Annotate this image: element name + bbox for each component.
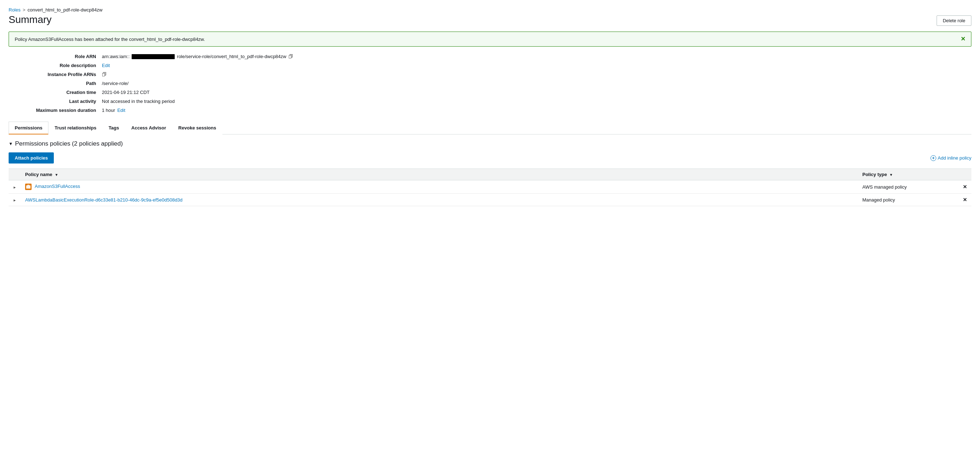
last-activity-value: Not accessed in the tracking period — [102, 99, 971, 104]
max-session-edit-link[interactable]: Edit — [117, 108, 125, 113]
actions-bar: Attach policies + Add inline policy — [9, 153, 971, 164]
role-arn-suffix: role/service-role/convert_html_to_pdf-ro… — [177, 54, 286, 59]
row2-policy-type: Managed policy — [858, 194, 958, 206]
success-banner-message: Policy AmazonS3FullAccess has been attac… — [15, 37, 205, 42]
tab-trust-relationships[interactable]: Trust relationships — [48, 122, 102, 134]
table-header-policy-type[interactable]: Policy type ▼ — [858, 169, 958, 180]
role-description-edit-link[interactable]: Edit — [102, 63, 110, 68]
breadcrumb: Roles > convert_html_to_pdf-role-dwcp84z… — [9, 7, 971, 13]
row2-remove-cell[interactable]: ✕ — [958, 194, 971, 206]
row1-expand-cell[interactable]: ► — [9, 180, 21, 194]
permissions-section-title: Permissions policies (2 policies applied… — [15, 140, 123, 147]
add-inline-policy-link[interactable]: + Add inline policy — [931, 155, 971, 161]
path-value: /service-role/ — [102, 81, 971, 86]
row1-remove-icon[interactable]: ✕ — [963, 184, 967, 190]
table-header-action — [958, 169, 971, 180]
row2-remove-icon[interactable]: ✕ — [963, 197, 967, 203]
row1-policy-link[interactable]: AmazonS3FullAccess — [35, 184, 80, 189]
tab-revoke-sessions[interactable]: Revoke sessions — [172, 122, 223, 134]
delete-role-button[interactable]: Delete role — [937, 16, 971, 26]
policy-name-sort-icon: ▼ — [54, 173, 58, 177]
row1-expand-icon[interactable]: ► — [13, 185, 16, 189]
svg-rect-1 — [27, 184, 29, 186]
summary-grid: Role ARN arn:aws:iam::role/service-role/… — [9, 54, 971, 113]
instance-profile-label: Instance Profile ARNs — [9, 72, 102, 77]
max-session-value: 1 hour Edit — [102, 108, 971, 113]
table-row: ► AWSLambdaBasicExecutionRole-d6c33e81-b… — [9, 194, 971, 206]
permissions-section: ▼ Permissions policies (2 policies appli… — [9, 134, 971, 206]
row1-remove-cell[interactable]: ✕ — [958, 180, 971, 194]
row2-expand-cell[interactable]: ► — [9, 194, 21, 206]
copy-arn-icon[interactable]: 🗍 — [288, 54, 293, 59]
role-arn-prefix: arn:aws:iam:: — [102, 54, 129, 59]
breadcrumb-separator: > — [22, 7, 25, 13]
table-header-row: Policy name ▼ Policy type ▼ — [9, 169, 971, 180]
row2-policy-link[interactable]: AWSLambdaBasicExecutionRole-d6c33e81-b21… — [25, 197, 183, 203]
role-description-value: Edit — [102, 63, 971, 68]
tabs-bar: Permissions Trust relationships Tags Acc… — [9, 122, 971, 134]
breadcrumb-roles-link[interactable]: Roles — [9, 7, 21, 13]
row1-policy-name-cell: AmazonS3FullAccess — [21, 180, 858, 194]
max-session-duration: 1 hour — [102, 108, 115, 113]
role-description-label: Role description — [9, 63, 102, 68]
tab-tags[interactable]: Tags — [103, 122, 125, 134]
role-arn-label: Role ARN — [9, 54, 102, 59]
role-arn-value: arn:aws:iam::role/service-role/convert_h… — [102, 54, 971, 59]
policy-table: Policy name ▼ Policy type ▼ ► — [9, 169, 971, 206]
last-activity-label: Last activity — [9, 99, 102, 104]
role-arn-redacted — [132, 54, 175, 59]
instance-profile-copy-icon[interactable]: 🗍 — [102, 72, 107, 77]
max-session-label: Maximum session duration — [9, 108, 102, 113]
tab-permissions[interactable]: Permissions — [9, 122, 48, 134]
creation-time-label: Creation time — [9, 90, 102, 95]
add-inline-policy-label: Add inline policy — [938, 155, 971, 161]
creation-time-value: 2021-04-19 21:12 CDT — [102, 90, 971, 95]
success-banner-close[interactable]: ✕ — [961, 36, 965, 42]
permissions-section-header: ▼ Permissions policies (2 policies appli… — [9, 140, 971, 147]
table-header-policy-name[interactable]: Policy name ▼ — [21, 169, 858, 180]
plus-circle-icon: + — [931, 155, 936, 161]
row2-policy-name-cell: AWSLambdaBasicExecutionRole-d6c33e81-b21… — [21, 194, 858, 206]
collapse-arrow-icon[interactable]: ▼ — [9, 141, 13, 146]
tab-access-advisor[interactable]: Access Advisor — [125, 122, 172, 134]
row1-policy-icon — [25, 184, 32, 190]
breadcrumb-current: convert_html_to_pdf-role-dwcp84zw — [28, 7, 103, 13]
table-header-expand — [9, 169, 21, 180]
path-label: Path — [9, 81, 102, 86]
success-banner: Policy AmazonS3FullAccess has been attac… — [9, 32, 971, 47]
instance-profile-value: 🗍 — [102, 72, 971, 77]
row1-policy-type: AWS managed policy — [858, 180, 958, 194]
table-row: ► AmazonS3FullAccess AWS managed policy … — [9, 180, 971, 194]
page-title: Summary — [9, 14, 52, 25]
policy-type-sort-icon: ▼ — [889, 173, 893, 177]
row2-expand-icon[interactable]: ► — [13, 198, 16, 202]
attach-policies-button[interactable]: Attach policies — [9, 153, 54, 164]
page-header: Summary Delete role — [9, 14, 971, 26]
